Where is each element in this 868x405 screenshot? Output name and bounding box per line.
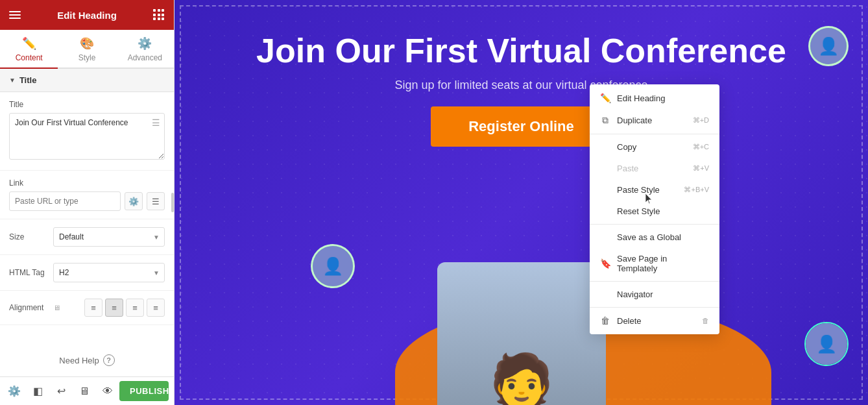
ctx-navigator-left: Navigator xyxy=(600,289,653,299)
duplicate-icon: ⧉ xyxy=(600,115,610,126)
title-textarea[interactable]: Join Our First Virtual Conference xyxy=(9,113,165,160)
link-input[interactable] xyxy=(9,191,121,211)
responsive-icon-btn[interactable]: 🖥 xyxy=(75,382,93,400)
main-content: Join Our First Virtual Conference Sign u… xyxy=(175,0,868,405)
size-field-group: Size Default Small Medium Large XL XXL ▼ xyxy=(0,219,174,255)
ctx-duplicate[interactable]: ⧉ Duplicate ⌘+D xyxy=(590,109,719,132)
ctx-divider-4 xyxy=(590,307,719,308)
avatar-person-4: 👤 xyxy=(806,323,847,365)
align-right-button[interactable]: ≡ xyxy=(126,299,144,317)
ctx-edit-heading[interactable]: ✏️ Edit Heading xyxy=(590,87,719,109)
alignment-field-group: Alignment 🖥 ≡ ≡ ≡ ≡ xyxy=(0,291,174,325)
ctx-duplicate-left: ⧉ Duplicate xyxy=(600,115,652,126)
ctx-paste-left: Paste xyxy=(600,164,638,173)
ctx-delete-label: Delete xyxy=(617,316,642,326)
panel-title: Edit Heading xyxy=(57,10,117,21)
alignment-label: Alignment xyxy=(9,303,48,312)
avatar-person-1: 👤 xyxy=(313,246,353,286)
ctx-save-templately[interactable]: 🔖 Save Page in Templately xyxy=(590,248,719,279)
tab-advanced[interactable]: ⚙️ Advanced xyxy=(116,30,174,69)
tab-content[interactable]: ✏️ Content xyxy=(0,30,58,69)
history-icon-btn[interactable]: ↩ xyxy=(52,382,70,400)
settings-icon-btn[interactable]: ⚙️ xyxy=(5,382,23,400)
link-field-group: Link ⚙️ ☰ xyxy=(0,171,174,219)
avatar-1: 👤 xyxy=(311,244,355,288)
ctx-save-global-label: Save as a Global xyxy=(617,232,681,242)
save-templately-icon: 🔖 xyxy=(600,258,610,269)
size-select-wrap: Default Small Medium Large XL XXL ▼ xyxy=(53,227,165,247)
ctx-copy-shortcut: ⌘+C xyxy=(693,143,709,151)
delete-icon: 🗑 xyxy=(600,315,610,326)
align-center-button[interactable]: ≡ xyxy=(105,299,123,317)
advanced-tab-icon: ⚙️ xyxy=(138,36,152,51)
ctx-navigator[interactable]: Navigator xyxy=(590,284,719,305)
link-options-icon[interactable]: ☰ xyxy=(147,192,165,210)
ctx-duplicate-shortcut: ⌘+D xyxy=(693,116,709,125)
section-title: Title xyxy=(19,75,37,85)
ctx-copy-label: Copy xyxy=(617,142,636,152)
ctx-divider-1 xyxy=(590,134,719,134)
apps-grid-icon[interactable] xyxy=(153,9,165,21)
link-settings-icon[interactable]: ⚙️ xyxy=(125,192,143,210)
html-tag-label: HTML Tag xyxy=(9,268,48,277)
alignment-screen-icon: 🖥 xyxy=(53,304,60,312)
publish-button[interactable]: PUBLISH xyxy=(119,381,169,401)
alignment-buttons: ≡ ≡ ≡ ≡ xyxy=(84,299,165,317)
hamburger-menu-icon[interactable] xyxy=(9,11,21,19)
preview-icon-btn[interactable]: 👁 xyxy=(99,382,117,400)
layers-icon-btn[interactable]: ◧ xyxy=(29,382,47,400)
textarea-wrap: Join Our First Virtual Conference ☰ xyxy=(9,113,165,162)
ctx-save-templately-left: 🔖 Save Page in Templately xyxy=(600,254,709,273)
ctx-paste-style-left: Paste Style xyxy=(600,185,660,195)
title-section-header[interactable]: ▼ Title xyxy=(0,69,174,92)
size-field-label: Size xyxy=(9,232,48,241)
edit-heading-icon: ✏️ xyxy=(600,93,610,103)
ctx-save-global[interactable]: Save as a Global xyxy=(590,227,719,248)
ctx-paste-style-label: Paste Style xyxy=(617,185,660,195)
ctx-delete-left: 🗑 Delete xyxy=(600,315,642,326)
panel-tabs: ✏️ Content 🎨 Style ⚙️ Advanced xyxy=(0,30,174,69)
top-bar: Edit Heading xyxy=(0,0,174,30)
html-tag-field-row: HTML Tag H1 H2 H3 H4 H5 H6 div span p ▼ xyxy=(9,263,165,282)
align-left-button[interactable]: ≡ xyxy=(84,299,102,317)
bottom-toolbar: ⚙️ ◧ ↩ 🖥 👁 PUBLISH ▲ xyxy=(0,376,174,405)
tab-style[interactable]: 🎨 Style xyxy=(58,30,115,69)
avatar-person-3: 👤 xyxy=(810,28,847,64)
help-circle-icon: ? xyxy=(103,354,115,366)
align-justify-button[interactable]: ≡ xyxy=(147,299,165,317)
hero-section: Join Our First Virtual Conference Sign u… xyxy=(175,0,868,405)
resize-handle[interactable] xyxy=(171,0,174,405)
html-tag-select[interactable]: H1 H2 H3 H4 H5 H6 div span p xyxy=(53,263,165,282)
ctx-navigator-label: Navigator xyxy=(617,289,653,299)
title-field-group: Title Join Our First Virtual Conference … xyxy=(0,92,174,171)
ctx-copy[interactable]: Copy ⌘+C xyxy=(590,136,719,158)
ctx-divider-2 xyxy=(590,224,719,225)
tab-advanced-label: Advanced xyxy=(128,53,162,62)
need-help-label: Need Help xyxy=(59,356,99,365)
textarea-options-icon[interactable]: ☰ xyxy=(152,117,160,128)
ctx-paste: Paste ⌘+V xyxy=(590,158,719,179)
toolbar-left-icons: ⚙️ ◧ ↩ 🖥 👁 xyxy=(5,382,117,400)
ctx-edit-heading-label: Edit Heading xyxy=(617,93,665,103)
ctx-delete[interactable]: 🗑 Delete 🗑 xyxy=(590,310,719,332)
hero-title: Join Our First Virtual Conference xyxy=(217,32,825,69)
size-select[interactable]: Default Small Medium Large XL XXL xyxy=(53,227,165,247)
context-menu: ✏️ Edit Heading ⧉ Duplicate ⌘+D Copy ⌘+C… xyxy=(590,84,719,334)
need-help-section[interactable]: Need Help ? xyxy=(0,344,174,376)
person-photo: 🧑 xyxy=(437,262,606,405)
tab-style-label: Style xyxy=(78,53,96,62)
publish-button-wrap: PUBLISH ▲ xyxy=(119,381,169,401)
register-button[interactable]: Register Online xyxy=(431,106,612,147)
panel-content: ▼ Title Title Join Our First Virtual Con… xyxy=(0,69,174,344)
html-tag-select-wrap: H1 H2 H3 H4 H5 H6 div span p ▼ xyxy=(53,263,165,282)
ctx-reset-style-left: Reset Style xyxy=(600,206,660,216)
ctx-paste-style[interactable]: Paste Style ⌘+B+V xyxy=(590,179,719,201)
chevron-icon: ▼ xyxy=(9,77,16,84)
left-panel: Edit Heading ✏️ Content 🎨 Style ⚙️ Advan… xyxy=(0,0,175,405)
ctx-divider-3 xyxy=(590,281,719,282)
ctx-paste-shortcut: ⌘+V xyxy=(693,164,709,173)
resize-handle-line xyxy=(171,193,174,212)
alignment-field-row: Alignment 🖥 ≡ ≡ ≡ ≡ xyxy=(9,299,165,317)
ctx-reset-style[interactable]: Reset Style xyxy=(590,201,719,222)
ctx-paste-label: Paste xyxy=(617,164,638,173)
